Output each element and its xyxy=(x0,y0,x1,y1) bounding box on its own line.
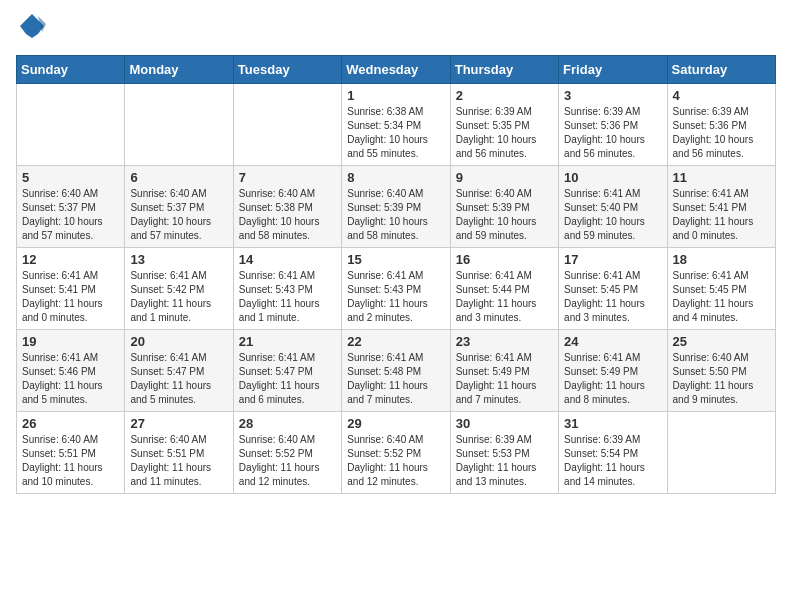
day-number: 12 xyxy=(22,252,119,267)
day-number: 15 xyxy=(347,252,444,267)
calendar-cell: 22Sunrise: 6:41 AM Sunset: 5:48 PM Dayli… xyxy=(342,330,450,412)
calendar-cell xyxy=(17,84,125,166)
day-info: Sunrise: 6:41 AM Sunset: 5:40 PM Dayligh… xyxy=(564,187,661,243)
day-number: 22 xyxy=(347,334,444,349)
day-number: 27 xyxy=(130,416,227,431)
day-info: Sunrise: 6:41 AM Sunset: 5:41 PM Dayligh… xyxy=(22,269,119,325)
calendar-cell: 20Sunrise: 6:41 AM Sunset: 5:47 PM Dayli… xyxy=(125,330,233,412)
day-number: 20 xyxy=(130,334,227,349)
day-number: 26 xyxy=(22,416,119,431)
day-info: Sunrise: 6:39 AM Sunset: 5:36 PM Dayligh… xyxy=(673,105,770,161)
day-info: Sunrise: 6:41 AM Sunset: 5:44 PM Dayligh… xyxy=(456,269,553,325)
day-number: 24 xyxy=(564,334,661,349)
day-number: 9 xyxy=(456,170,553,185)
day-number: 8 xyxy=(347,170,444,185)
day-number: 10 xyxy=(564,170,661,185)
calendar-cell: 9Sunrise: 6:40 AM Sunset: 5:39 PM Daylig… xyxy=(450,166,558,248)
day-info: Sunrise: 6:41 AM Sunset: 5:43 PM Dayligh… xyxy=(239,269,336,325)
weekday-header-sunday: Sunday xyxy=(17,56,125,84)
day-number: 4 xyxy=(673,88,770,103)
day-info: Sunrise: 6:41 AM Sunset: 5:48 PM Dayligh… xyxy=(347,351,444,407)
weekday-header-monday: Monday xyxy=(125,56,233,84)
day-info: Sunrise: 6:40 AM Sunset: 5:51 PM Dayligh… xyxy=(130,433,227,489)
day-number: 3 xyxy=(564,88,661,103)
calendar-cell: 31Sunrise: 6:39 AM Sunset: 5:54 PM Dayli… xyxy=(559,412,667,494)
weekday-header-thursday: Thursday xyxy=(450,56,558,84)
calendar-table: SundayMondayTuesdayWednesdayThursdayFrid… xyxy=(16,55,776,494)
week-row-2: 5Sunrise: 6:40 AM Sunset: 5:37 PM Daylig… xyxy=(17,166,776,248)
calendar-cell: 4Sunrise: 6:39 AM Sunset: 5:36 PM Daylig… xyxy=(667,84,775,166)
day-number: 29 xyxy=(347,416,444,431)
day-info: Sunrise: 6:40 AM Sunset: 5:39 PM Dayligh… xyxy=(456,187,553,243)
day-info: Sunrise: 6:39 AM Sunset: 5:53 PM Dayligh… xyxy=(456,433,553,489)
calendar-cell: 6Sunrise: 6:40 AM Sunset: 5:37 PM Daylig… xyxy=(125,166,233,248)
week-row-4: 19Sunrise: 6:41 AM Sunset: 5:46 PM Dayli… xyxy=(17,330,776,412)
calendar-cell: 29Sunrise: 6:40 AM Sunset: 5:52 PM Dayli… xyxy=(342,412,450,494)
weekday-header-friday: Friday xyxy=(559,56,667,84)
logo-icon xyxy=(18,12,46,40)
day-number: 11 xyxy=(673,170,770,185)
calendar-cell: 26Sunrise: 6:40 AM Sunset: 5:51 PM Dayli… xyxy=(17,412,125,494)
day-info: Sunrise: 6:41 AM Sunset: 5:49 PM Dayligh… xyxy=(564,351,661,407)
day-info: Sunrise: 6:40 AM Sunset: 5:38 PM Dayligh… xyxy=(239,187,336,243)
day-number: 19 xyxy=(22,334,119,349)
calendar-cell: 8Sunrise: 6:40 AM Sunset: 5:39 PM Daylig… xyxy=(342,166,450,248)
week-row-5: 26Sunrise: 6:40 AM Sunset: 5:51 PM Dayli… xyxy=(17,412,776,494)
day-number: 1 xyxy=(347,88,444,103)
calendar-cell: 25Sunrise: 6:40 AM Sunset: 5:50 PM Dayli… xyxy=(667,330,775,412)
calendar-cell: 17Sunrise: 6:41 AM Sunset: 5:45 PM Dayli… xyxy=(559,248,667,330)
calendar-cell: 13Sunrise: 6:41 AM Sunset: 5:42 PM Dayli… xyxy=(125,248,233,330)
calendar-cell: 16Sunrise: 6:41 AM Sunset: 5:44 PM Dayli… xyxy=(450,248,558,330)
calendar-cell: 3Sunrise: 6:39 AM Sunset: 5:36 PM Daylig… xyxy=(559,84,667,166)
day-number: 21 xyxy=(239,334,336,349)
calendar-cell xyxy=(233,84,341,166)
day-info: Sunrise: 6:38 AM Sunset: 5:34 PM Dayligh… xyxy=(347,105,444,161)
day-info: Sunrise: 6:40 AM Sunset: 5:50 PM Dayligh… xyxy=(673,351,770,407)
day-info: Sunrise: 6:41 AM Sunset: 5:47 PM Dayligh… xyxy=(130,351,227,407)
calendar-cell: 7Sunrise: 6:40 AM Sunset: 5:38 PM Daylig… xyxy=(233,166,341,248)
calendar-cell: 11Sunrise: 6:41 AM Sunset: 5:41 PM Dayli… xyxy=(667,166,775,248)
calendar-cell: 15Sunrise: 6:41 AM Sunset: 5:43 PM Dayli… xyxy=(342,248,450,330)
day-number: 16 xyxy=(456,252,553,267)
day-number: 6 xyxy=(130,170,227,185)
weekday-header-saturday: Saturday xyxy=(667,56,775,84)
calendar-cell: 27Sunrise: 6:40 AM Sunset: 5:51 PM Dayli… xyxy=(125,412,233,494)
day-info: Sunrise: 6:41 AM Sunset: 5:46 PM Dayligh… xyxy=(22,351,119,407)
calendar-cell: 2Sunrise: 6:39 AM Sunset: 5:35 PM Daylig… xyxy=(450,84,558,166)
day-info: Sunrise: 6:40 AM Sunset: 5:52 PM Dayligh… xyxy=(239,433,336,489)
day-number: 17 xyxy=(564,252,661,267)
day-info: Sunrise: 6:40 AM Sunset: 5:51 PM Dayligh… xyxy=(22,433,119,489)
day-number: 13 xyxy=(130,252,227,267)
calendar-cell: 21Sunrise: 6:41 AM Sunset: 5:47 PM Dayli… xyxy=(233,330,341,412)
calendar-cell: 28Sunrise: 6:40 AM Sunset: 5:52 PM Dayli… xyxy=(233,412,341,494)
day-number: 31 xyxy=(564,416,661,431)
page-header xyxy=(16,16,776,45)
svg-marker-0 xyxy=(20,14,44,38)
day-info: Sunrise: 6:41 AM Sunset: 5:42 PM Dayligh… xyxy=(130,269,227,325)
calendar-cell: 1Sunrise: 6:38 AM Sunset: 5:34 PM Daylig… xyxy=(342,84,450,166)
day-number: 5 xyxy=(22,170,119,185)
day-number: 7 xyxy=(239,170,336,185)
calendar-cell: 12Sunrise: 6:41 AM Sunset: 5:41 PM Dayli… xyxy=(17,248,125,330)
weekday-header-tuesday: Tuesday xyxy=(233,56,341,84)
day-number: 30 xyxy=(456,416,553,431)
calendar-cell: 19Sunrise: 6:41 AM Sunset: 5:46 PM Dayli… xyxy=(17,330,125,412)
calendar-cell: 14Sunrise: 6:41 AM Sunset: 5:43 PM Dayli… xyxy=(233,248,341,330)
calendar-cell: 5Sunrise: 6:40 AM Sunset: 5:37 PM Daylig… xyxy=(17,166,125,248)
day-info: Sunrise: 6:41 AM Sunset: 5:41 PM Dayligh… xyxy=(673,187,770,243)
day-info: Sunrise: 6:39 AM Sunset: 5:35 PM Dayligh… xyxy=(456,105,553,161)
day-number: 25 xyxy=(673,334,770,349)
day-info: Sunrise: 6:41 AM Sunset: 5:43 PM Dayligh… xyxy=(347,269,444,325)
day-info: Sunrise: 6:41 AM Sunset: 5:49 PM Dayligh… xyxy=(456,351,553,407)
day-info: Sunrise: 6:39 AM Sunset: 5:36 PM Dayligh… xyxy=(564,105,661,161)
calendar-cell xyxy=(125,84,233,166)
calendar-cell: 18Sunrise: 6:41 AM Sunset: 5:45 PM Dayli… xyxy=(667,248,775,330)
day-info: Sunrise: 6:40 AM Sunset: 5:52 PM Dayligh… xyxy=(347,433,444,489)
day-info: Sunrise: 6:40 AM Sunset: 5:37 PM Dayligh… xyxy=(130,187,227,243)
calendar-cell xyxy=(667,412,775,494)
day-info: Sunrise: 6:41 AM Sunset: 5:45 PM Dayligh… xyxy=(673,269,770,325)
day-info: Sunrise: 6:40 AM Sunset: 5:39 PM Dayligh… xyxy=(347,187,444,243)
day-number: 23 xyxy=(456,334,553,349)
calendar-cell: 24Sunrise: 6:41 AM Sunset: 5:49 PM Dayli… xyxy=(559,330,667,412)
week-row-1: 1Sunrise: 6:38 AM Sunset: 5:34 PM Daylig… xyxy=(17,84,776,166)
